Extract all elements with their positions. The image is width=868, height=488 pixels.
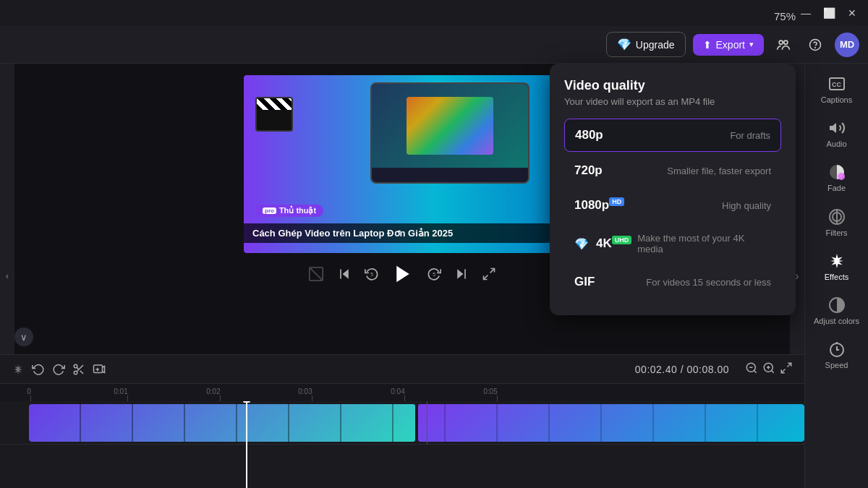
magic-tool-button[interactable]: [12, 363, 25, 376]
ruler-line-5: [497, 395, 498, 401]
sidebar-tool-effects[interactable]: Effects: [811, 247, 863, 288]
quality-label-720p: 720p: [574, 163, 603, 178]
pro-badge: Thủ thuật: [255, 205, 323, 217]
ruler-line-0: [30, 395, 31, 401]
redo-button[interactable]: [52, 363, 65, 376]
svg-line-5: [310, 267, 323, 281]
add-media-button[interactable]: [93, 363, 106, 376]
adjust-colors-icon: [828, 296, 846, 314]
svg-rect-12: [464, 269, 466, 278]
svg-rect-7: [340, 269, 341, 278]
zoom-out-button[interactable]: [745, 361, 758, 377]
ruler-label-1: 0:01: [114, 388, 127, 395]
quality-option-720p[interactable]: 720p Smaller file, faster export: [564, 155, 781, 187]
quality-desc-4k: Make the most of your 4K media: [637, 233, 771, 254]
svg-point-1: [784, 40, 788, 44]
badge-text: Thủ thuật: [279, 206, 316, 215]
sidebar-tool-fade[interactable]: Fade: [811, 158, 863, 199]
play-button[interactable]: [392, 263, 414, 285]
total-time: 00:08.00: [687, 364, 730, 375]
ruler-line-3: [312, 395, 312, 401]
quality-desc-1080p: High quality: [722, 200, 771, 211]
skip-start-button[interactable]: [337, 267, 352, 281]
hd-badge: HD: [609, 197, 624, 206]
svg-line-35: [754, 370, 756, 372]
rewind-button[interactable]: 5: [365, 267, 379, 281]
uhd-badge: UHD: [612, 236, 632, 244]
ruler-line-2: [220, 395, 221, 401]
video-quality-dropdown: Video quality Your video will export as …: [550, 64, 796, 315]
title-bar: — ⬜ ✕: [0, 0, 868, 26]
laptop-screen: [372, 84, 528, 168]
undo-button[interactable]: [32, 363, 45, 376]
zoom-in-button[interactable]: [762, 361, 775, 377]
svg-line-30: [77, 367, 79, 369]
export-button[interactable]: ⬆ Export ▾: [693, 34, 764, 56]
quality-desc-720p: Smaller file, faster export: [667, 166, 771, 176]
chevron-down-icon: ▾: [749, 40, 754, 49]
playhead-indicator: [243, 401, 250, 403]
export-label: Export: [716, 39, 745, 51]
help-button[interactable]: [803, 33, 827, 57]
quality-option-4k[interactable]: 💎 4KUHD Make the most of your 4K media: [564, 224, 781, 263]
zoom-fit-button[interactable]: [780, 361, 793, 377]
ruler-mark-0: 0: [29, 388, 33, 401]
svg-text:5: 5: [433, 272, 435, 277]
speed-icon: [828, 341, 846, 358]
sidebar-tool-captions[interactable]: CC Captions: [811, 69, 863, 111]
timeline-area: 00:02.40 / 00:08.00: [0, 354, 804, 488]
playhead: [246, 401, 247, 488]
sidebar-tool-speed[interactable]: Speed: [811, 335, 863, 376]
ruler-mark-3: 0:03: [305, 388, 319, 401]
ruler-mark-5: 0:05: [490, 388, 504, 401]
ruler-line-4: [404, 395, 405, 401]
quality-option-480p[interactable]: 480p For drafts: [564, 119, 781, 152]
effects-icon: [828, 252, 846, 270]
quality-option-gif[interactable]: GIF For videos 15 seconds or less: [564, 266, 781, 298]
sidebar-tool-audio[interactable]: Audio: [811, 114, 863, 155]
sidebar-tool-filters[interactable]: Filters: [811, 202, 863, 244]
expand-timeline-button[interactable]: ∨: [14, 328, 33, 346]
captions-label: Captions: [821, 95, 852, 105]
svg-point-27: [74, 371, 77, 374]
maximize-button[interactable]: ⬜: [819, 3, 839, 23]
quality-option-1080p[interactable]: 1080pHD High quality: [564, 189, 781, 221]
ruler-label-3: 0:03: [298, 388, 312, 395]
minimize-button[interactable]: —: [796, 3, 816, 23]
fade-label: Fade: [827, 184, 846, 193]
no-video-button[interactable]: [308, 266, 324, 282]
upgrade-button[interactable]: 💎 Upgrade: [606, 32, 686, 57]
svg-line-38: [771, 370, 773, 372]
ruler-label-2: 0:02: [206, 388, 220, 395]
sidebar-tool-adjust-colors[interactable]: Adjust colors: [811, 291, 863, 332]
timeline-time: 00:02.40 / 00:08.00: [635, 364, 729, 375]
top-bar: 💎 Upgrade ⬆ Export ▾ MD: [0, 26, 868, 64]
quality-label-4k: 4KUHD: [596, 236, 631, 251]
fade-icon: [828, 163, 846, 181]
speed-label: Speed: [825, 361, 848, 370]
svg-marker-17: [830, 123, 836, 133]
timeline-ruler: 0 0:01 0:02 0:03 0:04 0:05: [0, 384, 804, 401]
premium-diamond-icon: 💎: [574, 237, 589, 251]
dropdown-subtitle: Your video will export as an MP4 file: [564, 96, 781, 107]
close-button[interactable]: ✕: [842, 3, 862, 23]
forward-button[interactable]: 5: [427, 267, 441, 281]
ruler-mark-1: 0:01: [121, 388, 135, 401]
skip-end-button[interactable]: [454, 267, 469, 281]
dropdown-title: Video quality: [564, 78, 781, 93]
track-row-video: [0, 401, 804, 445]
zoom-percent: 75%: [774, 10, 796, 22]
svg-text:5: 5: [370, 272, 373, 277]
svg-line-29: [80, 370, 83, 373]
clapper-top: [257, 98, 292, 110]
ruler-mark-4: 0:04: [398, 388, 412, 401]
cut-button[interactable]: [72, 363, 85, 376]
effects-label: Effects: [825, 273, 848, 282]
fullscreen-button[interactable]: [482, 267, 496, 281]
friends-button[interactable]: [771, 33, 796, 57]
avatar[interactable]: MD: [835, 33, 859, 57]
upload-icon: ⬆: [703, 39, 712, 51]
ruler-label-0: 0: [27, 388, 31, 395]
filters-label: Filters: [826, 228, 848, 238]
quality-label-480p: 480p: [575, 128, 603, 142]
